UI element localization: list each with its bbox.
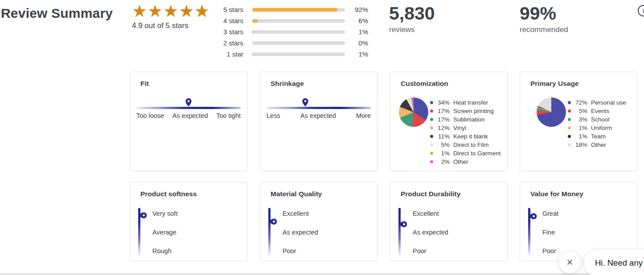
scale-option: As expected (413, 223, 448, 242)
rating-bar-row-3[interactable]: 3 stars 1% (214, 26, 368, 37)
pin-icon (302, 98, 309, 107)
legend-label: Personal use (591, 99, 626, 106)
rating-bar-fill (252, 53, 253, 56)
legend-dot (568, 109, 571, 113)
legend-percent: 5% (436, 142, 450, 148)
scale-option: Very soft (152, 204, 177, 223)
legend-label: Sublimation (453, 116, 485, 123)
legend-percent: 5% (574, 108, 587, 114)
legend-dot (430, 109, 433, 113)
legend-label: Events (591, 108, 609, 114)
slider-label-left: Too loose (136, 112, 164, 119)
legend-label: Vinyl (453, 125, 466, 131)
card-product-durability: Product Durability Excellent As expected… (390, 182, 508, 261)
slider-label-center: As expected (300, 112, 336, 119)
legend-percent: 1% (574, 133, 587, 140)
legend-label: Direct to Garment (453, 150, 501, 157)
legend-label: Uniform (591, 125, 612, 131)
scale-option: Poor (542, 242, 558, 260)
legend-row: 1%Direct to Garment (430, 149, 501, 158)
slider-label-right: Too tight (216, 112, 241, 119)
pin-icon (269, 217, 278, 226)
rating-bar-percent: 6% (345, 17, 368, 24)
recommended-stat: 99% recommended (520, 4, 568, 34)
pin-icon (399, 220, 408, 229)
durability-slider (398, 208, 414, 256)
rating-histogram: 5 stars 92% 4 stars 6% 3 stars 1% 2 star… (214, 4, 368, 60)
scale-option: Fine (542, 223, 558, 242)
reviews-count: 5,830 (389, 4, 435, 23)
legend-percent: 18% (574, 142, 587, 148)
page-title: Review Summary (1, 6, 113, 21)
legend-dot (430, 160, 433, 163)
slider-track (136, 107, 241, 109)
legend-label: Other (591, 142, 606, 148)
card-title: Product softness (140, 190, 197, 198)
legend-label: Keep it blank (453, 133, 488, 140)
legend-row: 17%Screen printing (430, 107, 501, 115)
rating-bar-label: 1 star (214, 50, 243, 58)
rating-bar-row-5[interactable]: 5 stars 92% (214, 4, 368, 15)
primary-usage-legend: 72%Personal use 5%Events 3%School 1%Unif… (568, 98, 626, 149)
partial-star-icon: ☆★ (194, 3, 210, 20)
legend-dot (430, 135, 433, 138)
legend-dot (568, 118, 571, 121)
card-material-quality: Material Quality Excellent As expected P… (260, 182, 377, 261)
overall-rating: ★★★★☆★ 4.9 out of 5 stars (132, 3, 210, 30)
legend-row: 12%Vinyl (430, 124, 501, 132)
rating-bar-track (252, 41, 345, 45)
rating-bar-track (252, 19, 345, 23)
rating-bar-row-1[interactable]: 1 star 1% (214, 49, 368, 60)
close-icon: × (566, 256, 573, 269)
recommended-label: recommended (520, 25, 568, 34)
chat-message-bubble[interactable]: Hi. Need any hel (584, 250, 644, 275)
rating-bar-fill (252, 8, 337, 12)
legend-label: Direct to Film (453, 142, 489, 148)
scale-option: Great (542, 204, 558, 223)
scale-option: Rough (152, 242, 177, 260)
legend-row: 3%School (568, 115, 626, 124)
shrinkage-slider: Less As expected More (267, 96, 371, 125)
card-primary-usage: Primary Usage 72%Personal use 5%Events 3… (520, 72, 637, 171)
card-title: Customization (401, 80, 448, 88)
legend-dot (430, 118, 433, 121)
rating-bar-fill (252, 30, 253, 34)
legend-percent: 11% (436, 133, 450, 140)
scale-option: Excellent (283, 204, 318, 223)
rating-bar-percent: 1% (345, 28, 368, 36)
rating-bar-track (252, 8, 345, 12)
legend-dot (430, 143, 433, 146)
chat-close-button[interactable]: × (559, 251, 581, 273)
customization-legend: 34%Heat transfer 17%Screen printing 17%S… (430, 98, 501, 166)
legend-row: 11%Keep it blank (430, 132, 501, 141)
reviews-label: reviews (389, 25, 435, 34)
legend-percent: 1% (574, 125, 587, 131)
legend-label: Screen printing (453, 108, 494, 114)
card-title: Primary Usage (530, 80, 579, 88)
legend-percent: 2% (436, 158, 450, 165)
legend-row: 72%Personal use (568, 98, 626, 107)
legend-percent: 34% (436, 99, 450, 106)
scale-option: Average (152, 223, 177, 242)
star-rating-icons: ★★★★☆★ (132, 3, 210, 20)
legend-percent: 17% (436, 108, 450, 114)
star-fill-icon: ★ (194, 3, 205, 20)
rating-bar-row-2[interactable]: 2 stars 0% (214, 37, 368, 49)
rating-bar-track (252, 53, 345, 56)
legend-percent: 3% (574, 116, 587, 123)
info-icon[interactable]: i (638, 5, 644, 16)
customization-pie-chart (399, 97, 428, 127)
material-quality-slider (268, 208, 283, 256)
scale-option: As expected (283, 223, 318, 242)
rating-bar-label: 3 stars (214, 28, 243, 36)
legend-row: 1%Uniform (568, 124, 626, 132)
reviews-count-stat: 5,830 reviews (389, 4, 435, 34)
slider-label-left: Less (267, 112, 280, 119)
rating-bar-row-4[interactable]: 4 stars 6% (214, 15, 368, 26)
card-title: Value for Money (530, 190, 583, 198)
card-title: Product Durability (401, 190, 460, 198)
card-fit: Fit Too loose As expected Too tight (130, 72, 247, 171)
slider-label-right: More (356, 112, 371, 119)
legend-label: Heat transfer (453, 99, 488, 106)
legend-row: 5%Events (568, 107, 626, 115)
